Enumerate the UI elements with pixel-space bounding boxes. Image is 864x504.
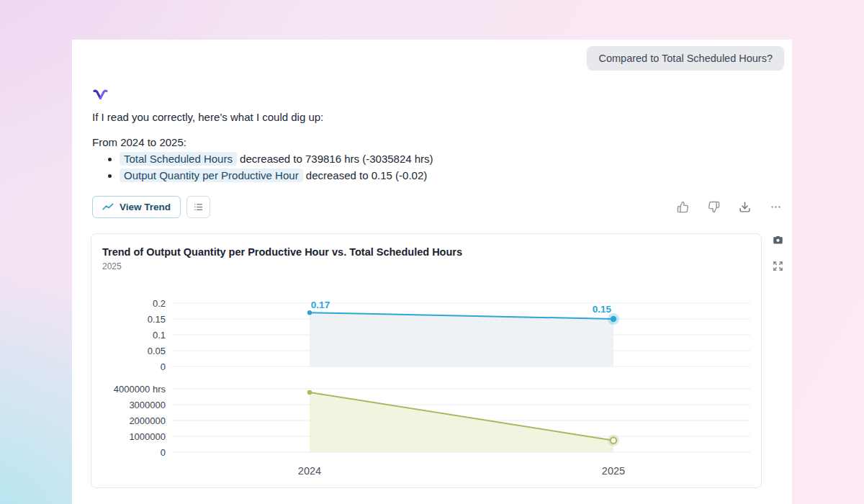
list-view-button[interactable]	[186, 196, 210, 218]
thumbs-up-icon	[677, 201, 689, 213]
chart-area: 00.050.10.150.20.170.15 0100000020000003…	[102, 297, 750, 484]
chart-panel-1: 01000000200000030000004000000 hrs2024202…	[102, 383, 750, 484]
svg-text:0.1: 0.1	[153, 330, 166, 341]
ellipsis-icon	[770, 201, 782, 213]
message-intro: If I read you correctly, here’s what I c…	[92, 110, 772, 125]
suggestion-row: Compared to Total Scheduled Hours?	[72, 46, 784, 71]
chart-card: Trend of Output Quantity per Productive …	[91, 233, 762, 488]
actions-row: View Trend	[72, 196, 792, 218]
camera-icon	[773, 235, 783, 246]
finding-item: Output Quantity per Productive Hour decr…	[120, 168, 772, 184]
assistant-logo-icon	[92, 89, 772, 101]
svg-text:0: 0	[161, 361, 166, 372]
expand-icon	[773, 261, 783, 271]
chart-subtitle: 2025	[102, 261, 750, 271]
svg-text:0.2: 0.2	[153, 298, 166, 309]
trend-line-icon	[102, 202, 114, 213]
svg-text:4000000 hrs: 4000000 hrs	[114, 384, 166, 395]
svg-text:0: 0	[161, 447, 166, 458]
finding-text: decreased to 0.15 (-0.02)	[303, 169, 428, 181]
chart-section: Trend of Output Quantity per Productive …	[91, 233, 783, 488]
screenshot-button[interactable]	[773, 235, 783, 246]
finding-text: decreased to 739816 hrs (-3035824 hrs)	[237, 153, 433, 165]
svg-text:0.05: 0.05	[148, 346, 166, 356]
download-icon	[739, 201, 751, 213]
list-icon	[193, 202, 204, 212]
chart-side-tools	[773, 235, 783, 271]
message-period: From 2024 to 2025:	[92, 135, 772, 150]
svg-text:1000000: 1000000	[129, 431, 166, 442]
chart-title: Trend of Output Quantity per Productive …	[102, 246, 750, 258]
view-trend-label: View Trend	[120, 202, 171, 212]
more-options-button[interactable]	[768, 199, 783, 215]
svg-text:0.15: 0.15	[148, 314, 166, 325]
thumbs-down-button[interactable]	[706, 199, 721, 215]
thumbs-down-icon	[708, 201, 720, 213]
metric-highlight: Output Quantity per Productive Hour	[120, 168, 303, 182]
suggestion-chip[interactable]: Compared to Total Scheduled Hours?	[587, 46, 784, 71]
svg-text:0.17: 0.17	[311, 300, 330, 310]
svg-text:2000000: 2000000	[129, 415, 166, 426]
findings-list: Total Scheduled Hours decreased to 73981…	[92, 151, 772, 183]
svg-text:2025: 2025	[602, 465, 625, 477]
chart-panel-0: 00.050.10.150.20.170.15	[102, 297, 750, 372]
assistant-panel: Compared to Total Scheduled Hours? If I …	[72, 40, 792, 504]
download-button[interactable]	[737, 199, 752, 215]
view-trend-button[interactable]: View Trend	[92, 196, 181, 218]
message-content: If I read you correctly, here’s what I c…	[72, 89, 792, 183]
svg-text:2024: 2024	[298, 465, 321, 477]
expand-button[interactable]	[773, 261, 783, 271]
metric-highlight: Total Scheduled Hours	[120, 152, 237, 166]
finding-item: Total Scheduled Hours decreased to 73981…	[120, 151, 772, 167]
thumbs-up-button[interactable]	[675, 199, 690, 215]
svg-text:3000000: 3000000	[129, 400, 166, 410]
svg-text:0.15: 0.15	[593, 304, 612, 315]
